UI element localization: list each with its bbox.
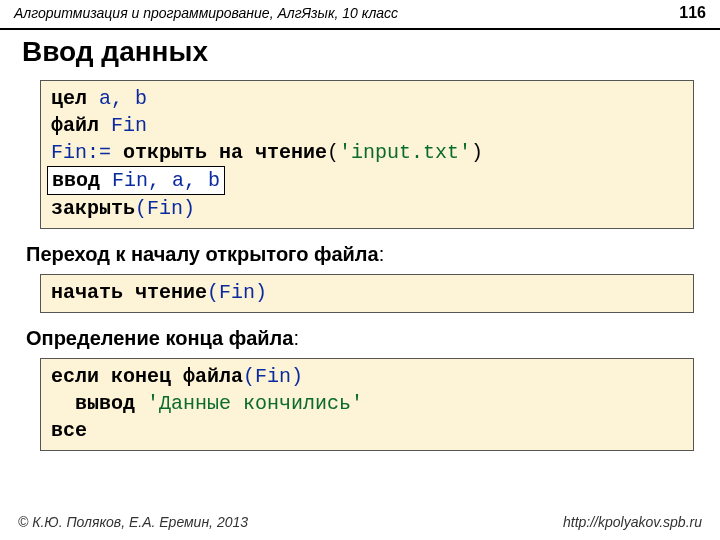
subheading-eof: Определение конца файла: <box>0 323 720 356</box>
keyword: конец файла <box>99 365 243 388</box>
code-line: вывод 'Данные кончились' <box>51 390 683 417</box>
code-block-eof: если конец файла(Fin) вывод 'Данные конч… <box>40 358 694 451</box>
footer-link: http://kpolyakov.spb.ru <box>563 514 702 530</box>
slide-footer: © К.Ю. Поляков, Е.А. Еремин, 2013 http:/… <box>0 514 720 530</box>
subheading-text: Определение конца файла <box>26 327 293 349</box>
code-text: (Fin) <box>135 197 195 220</box>
code-line: ввод Fin, a, b <box>51 166 683 195</box>
colon: : <box>379 243 385 265</box>
code-line: Fin:= открыть на чтение('input.txt') <box>51 139 683 166</box>
code-text: Fin:= <box>51 141 123 164</box>
space <box>135 392 147 415</box>
copyright: © К.Ю. Поляков, Е.А. Еремин, 2013 <box>18 514 248 530</box>
code-text: ( <box>327 141 339 164</box>
page-title: Ввод данных <box>0 30 720 78</box>
keyword: закрыть <box>51 197 135 220</box>
code-block-seek: начать чтение(Fin) <box>40 274 694 313</box>
code-line: все <box>51 417 683 444</box>
code-line: если конец файла(Fin) <box>51 363 683 390</box>
code-block-main: цел a, b файл Fin Fin:= открыть на чтени… <box>40 80 694 229</box>
indent <box>51 392 75 415</box>
keyword: начать чтение <box>51 281 207 304</box>
keyword: все <box>51 419 87 442</box>
code-text: Fin <box>99 114 147 137</box>
code-text: ) <box>471 141 483 164</box>
slide: Алгоритмизация и программирование, АлгЯз… <box>0 0 720 540</box>
page-number: 116 <box>679 4 706 22</box>
code-line: цел a, b <box>51 85 683 112</box>
header-title: Алгоритмизация и программирование, АлгЯз… <box>14 5 398 21</box>
keyword: открыть на чтение <box>123 141 327 164</box>
code-text: Fin, a, b <box>100 169 220 192</box>
keyword: цел <box>51 87 87 110</box>
code-text: (Fin) <box>207 281 267 304</box>
code-text: (Fin) <box>243 365 303 388</box>
keyword: вывод <box>75 392 135 415</box>
string-literal: 'input.txt' <box>339 141 471 164</box>
keyword: если <box>51 365 99 388</box>
keyword: файл <box>51 114 99 137</box>
highlight-box: ввод Fin, a, b <box>47 166 225 195</box>
keyword: ввод <box>52 169 100 192</box>
subheading-seek: Переход к началу открытого файла: <box>0 239 720 272</box>
slide-header: Алгоритмизация и программирование, АлгЯз… <box>0 0 720 30</box>
code-line: файл Fin <box>51 112 683 139</box>
string-literal: 'Данные кончились' <box>147 392 363 415</box>
code-text: a, b <box>87 87 147 110</box>
subheading-text: Переход к началу открытого файла <box>26 243 379 265</box>
code-line: закрыть(Fin) <box>51 195 683 222</box>
code-line: начать чтение(Fin) <box>51 279 683 306</box>
colon: : <box>293 327 299 349</box>
